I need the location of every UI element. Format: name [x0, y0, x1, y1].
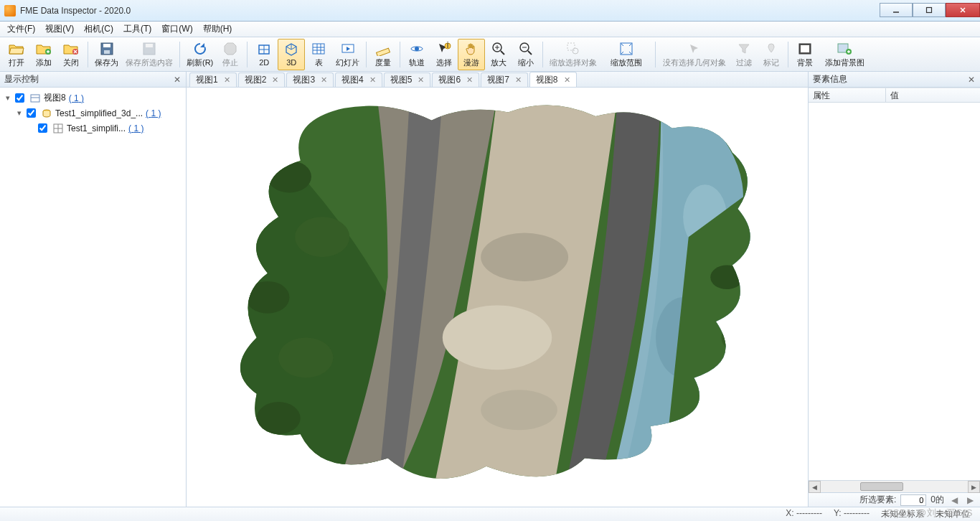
zoomin-button[interactable]: 放大	[485, 39, 512, 70]
collapse-icon[interactable]: ▾	[3, 93, 13, 103]
window-titlebar: FME Data Inspector - 2020.0	[0, 0, 980, 22]
next-feature-button[interactable]: ▶	[964, 494, 976, 506]
save-selected-button[interactable]: 保存所选内容	[122, 39, 176, 70]
tree-feature-type[interactable]: Test1_simplifi... ( 1 )	[1, 121, 184, 136]
view-tab[interactable]: 视图5✕	[384, 72, 431, 87]
feature-info-header: 要素信息 ✕	[809, 72, 980, 88]
feature-count-link[interactable]: ( 1 )	[69, 93, 84, 103]
open-button[interactable]: 打开	[3, 39, 30, 70]
menu-view[interactable]: 视图(V)	[41, 22, 78, 37]
folder-add-icon	[35, 41, 52, 57]
svg-rect-8	[104, 50, 110, 54]
scroll-thumb[interactable]	[860, 482, 903, 491]
tree-root[interactable]: ▾ 视图8 ( 1 )	[1, 90, 184, 105]
zoomout-button[interactable]: 缩小	[512, 39, 540, 70]
property-header: 属性 值	[809, 88, 980, 103]
display-control-panel: 显示控制 ✕ ▾ 视图8 ( 1 ) ▾ Test1_simplified_3d…	[0, 72, 187, 507]
filter-button[interactable]: 过滤	[730, 39, 758, 70]
status-unit: 未知单位	[930, 508, 976, 520]
add-button[interactable]: 添加	[30, 39, 57, 70]
3d-button[interactable]: 3D	[278, 39, 305, 70]
2d-button[interactable]: 2D	[250, 39, 278, 70]
svg-point-52	[268, 160, 311, 192]
layer-checkbox[interactable]	[38, 123, 47, 133]
stop-button[interactable]: 停止	[217, 39, 244, 70]
view-tab[interactable]: 视图2✕	[238, 72, 286, 87]
view-tab[interactable]: 视图1✕	[189, 72, 237, 87]
2d-icon	[255, 42, 273, 57]
orbit-icon	[408, 41, 425, 57]
pan-button[interactable]: 漫游	[458, 39, 485, 70]
app-icon	[4, 5, 16, 17]
background-button[interactable]: 背景	[791, 39, 819, 70]
tab-label: 视图3	[293, 74, 315, 86]
status-y: Y: ---------	[828, 508, 875, 520]
menu-help[interactable]: 帮助(H)	[199, 22, 237, 37]
view-tab[interactable]: 视图6✕	[432, 72, 479, 87]
slideshow-button[interactable]: 幻灯片	[332, 39, 363, 70]
close-dataset-button[interactable]: 关闭	[57, 39, 85, 70]
zoom-extent-button[interactable]: 缩放范围	[600, 39, 652, 70]
tab-close-icon[interactable]: ✕	[562, 75, 572, 85]
menu-tools[interactable]: 工具(T)	[119, 22, 156, 37]
tree-dataset[interactable]: ▾ Test1_simplified_3d_... ( 1 )	[1, 105, 184, 121]
svg-point-47	[481, 233, 568, 281]
window-title: FME Data Inspector - 2020.0	[20, 6, 131, 16]
menu-camera[interactable]: 相机(C)	[80, 22, 118, 37]
menu-window[interactable]: 窗口(W)	[157, 22, 197, 37]
tab-close-icon[interactable]: ✕	[465, 75, 474, 85]
layer-tree[interactable]: ▾ 视图8 ( 1 ) ▾ Test1_simplified_3d_... ( …	[0, 88, 186, 507]
feature-count-link[interactable]: ( 1 )	[128, 123, 143, 133]
minimize-button[interactable]	[880, 3, 913, 17]
feature-count-link[interactable]: ( 1 )	[146, 108, 161, 118]
refresh-button[interactable]: 刷新(R)	[183, 39, 217, 70]
svg-line-27	[501, 51, 504, 55]
panel-close-icon[interactable]: ✕	[171, 75, 183, 85]
layer-checkbox[interactable]	[15, 93, 24, 103]
tab-close-icon[interactable]: ✕	[270, 75, 280, 85]
layer-checkbox[interactable]	[27, 108, 36, 118]
zoom-selected-button[interactable]: 缩放选择对象	[546, 39, 600, 70]
add-background-button[interactable]: 添加背景图	[819, 39, 870, 70]
no-selection-button[interactable]: 没有选择几何对象	[659, 39, 730, 70]
zoom-out-icon	[517, 41, 534, 57]
select-button[interactable]: i选择	[430, 39, 458, 70]
scroll-right-icon[interactable]: ▶	[968, 481, 980, 493]
close-button[interactable]	[946, 3, 980, 17]
measure-button[interactable]: 度量	[369, 39, 397, 70]
filter-icon	[735, 41, 753, 57]
col-value[interactable]: 值	[886, 88, 980, 102]
property-table[interactable]: 属性 值	[809, 88, 980, 480]
mark-button[interactable]: 标记	[758, 39, 785, 70]
selection-status: 所选要素: 0的 ◀ ▶	[809, 492, 980, 507]
svg-point-53	[295, 217, 349, 257]
tab-close-icon[interactable]: ✕	[368, 75, 377, 85]
collapse-icon[interactable]: ▾	[14, 108, 24, 118]
prev-feature-button[interactable]: ◀	[948, 494, 960, 506]
tab-close-icon[interactable]: ✕	[222, 75, 232, 85]
save-selected-icon	[141, 41, 158, 57]
col-attribute[interactable]: 属性	[809, 88, 886, 102]
saveas-button[interactable]: 保存为	[91, 39, 122, 70]
panel-close-icon[interactable]: ✕	[966, 75, 977, 85]
toolbar-separator	[247, 42, 248, 67]
orbit-button[interactable]: 轨道	[403, 39, 430, 70]
maximize-button[interactable]	[913, 3, 946, 17]
scroll-left-icon[interactable]: ◀	[809, 481, 821, 493]
view-tab[interactable]: 视图3✕	[286, 72, 334, 87]
tab-close-icon[interactable]: ✕	[416, 75, 425, 85]
3d-viewport[interactable]	[187, 88, 808, 507]
tab-close-icon[interactable]: ✕	[514, 75, 523, 85]
hand-icon	[463, 41, 480, 57]
menu-file[interactable]: 文件(F)	[3, 22, 39, 37]
horizontal-scrollbar[interactable]: ◀ ▶	[809, 480, 980, 492]
tab-close-icon[interactable]: ✕	[319, 75, 329, 85]
table-button[interactable]: 表	[305, 39, 332, 70]
view-tab[interactable]: 视图4✕	[335, 72, 382, 87]
folder-open-icon	[8, 41, 25, 57]
selected-index-input[interactable]	[900, 494, 926, 506]
svg-point-34	[573, 48, 578, 54]
view-tab[interactable]: 视图7✕	[481, 72, 528, 87]
view-tab[interactable]: 视图8✕	[529, 72, 577, 87]
refresh-icon	[192, 41, 209, 57]
